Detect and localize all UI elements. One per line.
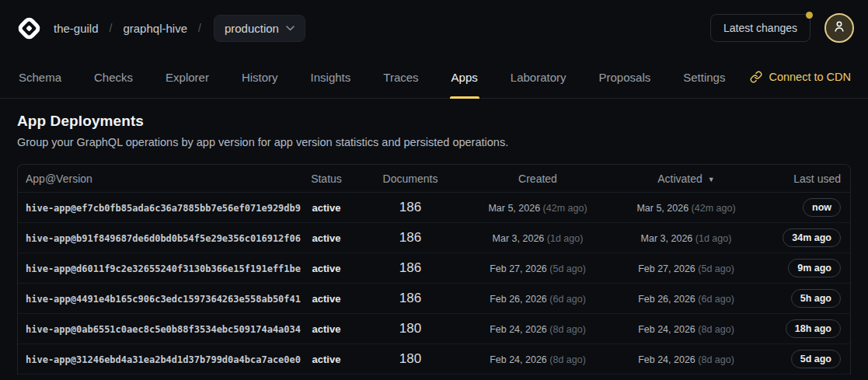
status-cell: active bbox=[312, 202, 341, 214]
notification-dot-icon bbox=[806, 12, 813, 19]
documents-cell: 180 bbox=[399, 321, 421, 336]
breadcrumb: the-guild / graphql-hive / production bbox=[54, 15, 305, 42]
created-cell: Feb 24, 2026 (8d ago) bbox=[490, 324, 586, 335]
column-header-created[interactable]: Created bbox=[462, 173, 614, 185]
table-header-row: App@Version Status Documents Created Act… bbox=[18, 165, 850, 193]
tab-schema[interactable]: Schema bbox=[17, 56, 63, 98]
last-used-badge: 5d ago bbox=[791, 350, 841, 368]
activated-cell: Feb 26, 2026 (6d ago) bbox=[638, 294, 734, 305]
documents-cell: 180 bbox=[399, 351, 421, 366]
page-title: App Deployments bbox=[17, 113, 851, 130]
created-cell: Mar 5, 2026 (42m ago) bbox=[488, 203, 587, 214]
app-version-cell[interactable]: hive-app@4491e4b165c906c3edc1597364263e5… bbox=[26, 294, 301, 305]
app-version-cell[interactable]: hive-app@ef7cb0fb85ada6c36a7885bb7e56ef0… bbox=[26, 203, 301, 214]
activated-cell: Feb 27, 2026 (5d ago) bbox=[638, 263, 734, 274]
last-used-badge: 18h ago bbox=[786, 319, 841, 338]
documents-cell: 186 bbox=[399, 200, 421, 214]
table-row[interactable]: hive-app@0ab6551c0aec8c5e0b88f3534ebc509… bbox=[18, 314, 850, 344]
last-used-badge: 9m ago bbox=[788, 259, 841, 277]
breadcrumb-separator: / bbox=[110, 22, 113, 34]
hive-logo-icon[interactable] bbox=[16, 15, 43, 42]
tab-traces[interactable]: Traces bbox=[382, 56, 420, 98]
connect-to-cdn-label: Connect to CDN bbox=[769, 71, 851, 83]
table-row[interactable]: hive-app@31246ebd4a31ea2b4d1d37b799d0a4b… bbox=[18, 344, 850, 375]
main-content: App Deployments Group your GraphQL opera… bbox=[0, 99, 868, 375]
target-selector[interactable]: production bbox=[214, 15, 305, 42]
documents-cell: 186 bbox=[399, 230, 421, 245]
documents-cell: 186 bbox=[399, 260, 421, 275]
table-row[interactable]: hive-app@d6011f9c2e32655240f3130b366e15f… bbox=[18, 253, 850, 284]
tab-insights[interactable]: Insights bbox=[309, 56, 353, 98]
connect-to-cdn-link[interactable]: Connect to CDN bbox=[750, 71, 851, 83]
table-row[interactable]: hive-app@4491e4b165c906c3edc1597364263e5… bbox=[18, 284, 850, 314]
app-version-cell[interactable]: hive-app@b91f849687de6d0bd0b54f5e29e356c… bbox=[26, 233, 301, 244]
tab-apps[interactable]: Apps bbox=[450, 56, 479, 98]
target-nav: Schema Checks Explorer History Insights … bbox=[0, 56, 868, 99]
created-cell: Mar 3, 2026 (1d ago) bbox=[493, 233, 584, 244]
column-header-status[interactable]: Status bbox=[294, 173, 359, 185]
person-icon bbox=[832, 19, 846, 37]
breadcrumb-org[interactable]: the-guild bbox=[54, 22, 99, 35]
activated-cell: Feb 24, 2026 (8d ago) bbox=[638, 324, 734, 335]
column-header-documents[interactable]: Documents bbox=[359, 173, 462, 185]
activated-cell: Feb 24, 2026 (8d ago) bbox=[638, 354, 734, 365]
last-used-badge: 5h ago bbox=[791, 289, 841, 308]
link-chain-icon bbox=[750, 71, 762, 83]
tab-settings[interactable]: Settings bbox=[682, 56, 727, 98]
latest-changes-label: Latest changes bbox=[723, 22, 797, 34]
tab-explorer[interactable]: Explorer bbox=[164, 56, 211, 98]
latest-changes-button[interactable]: Latest changes bbox=[710, 14, 810, 42]
column-header-activated-label: Activated bbox=[657, 173, 702, 185]
created-cell: Feb 27, 2026 (5d ago) bbox=[490, 263, 586, 274]
breadcrumb-separator: / bbox=[198, 22, 201, 34]
activated-cell: Mar 3, 2026 (1d ago) bbox=[641, 233, 732, 244]
user-avatar[interactable] bbox=[824, 13, 854, 43]
status-cell: active bbox=[312, 354, 341, 365]
table-row[interactable]: hive-app@b91f849687de6d0bd0b54f5e29e356c… bbox=[18, 223, 850, 253]
status-cell: active bbox=[312, 263, 341, 274]
tab-proposals[interactable]: Proposals bbox=[598, 56, 653, 98]
tab-list: Schema Checks Explorer History Insights … bbox=[17, 56, 727, 98]
tab-laboratory[interactable]: Laboratory bbox=[509, 56, 568, 98]
documents-cell: 186 bbox=[399, 291, 421, 305]
tab-history[interactable]: History bbox=[240, 56, 280, 98]
status-cell: active bbox=[312, 293, 341, 305]
last-used-badge: now bbox=[803, 198, 841, 217]
sort-desc-icon: ▼ bbox=[708, 176, 715, 183]
breadcrumb-project[interactable]: graphql-hive bbox=[123, 22, 187, 35]
column-header-last-used[interactable]: Last used bbox=[758, 173, 850, 185]
page-subtitle: Group your GraphQL operations by app ver… bbox=[17, 136, 851, 148]
column-header-activated[interactable]: Activated▼ bbox=[614, 173, 758, 185]
chevron-down-icon bbox=[286, 26, 295, 31]
app-version-cell[interactable]: hive-app@31246ebd4a31ea2b4d1d37b799d0a4b… bbox=[26, 354, 301, 365]
status-cell: active bbox=[312, 323, 341, 335]
top-header: the-guild / graphql-hive / production La… bbox=[0, 0, 868, 56]
last-used-badge: 34m ago bbox=[783, 228, 841, 247]
status-cell: active bbox=[312, 232, 341, 244]
created-cell: Feb 24, 2026 (8d ago) bbox=[490, 354, 586, 365]
column-header-app-version[interactable]: App@Version bbox=[18, 173, 294, 185]
created-cell: Feb 26, 2026 (6d ago) bbox=[490, 294, 586, 305]
tab-checks[interactable]: Checks bbox=[92, 56, 134, 98]
app-version-cell[interactable]: hive-app@d6011f9c2e32655240f3130b366e15f… bbox=[26, 263, 301, 274]
table-row[interactable]: hive-app@ef7cb0fb85ada6c36a7885bb7e56ef0… bbox=[18, 193, 850, 223]
app-deployments-table: App@Version Status Documents Created Act… bbox=[17, 164, 851, 375]
activated-cell: Mar 5, 2026 (42m ago) bbox=[636, 203, 735, 214]
target-selector-value: production bbox=[225, 22, 279, 35]
app-version-cell[interactable]: hive-app@0ab6551c0aec8c5e0b88f3534ebc509… bbox=[26, 324, 301, 335]
